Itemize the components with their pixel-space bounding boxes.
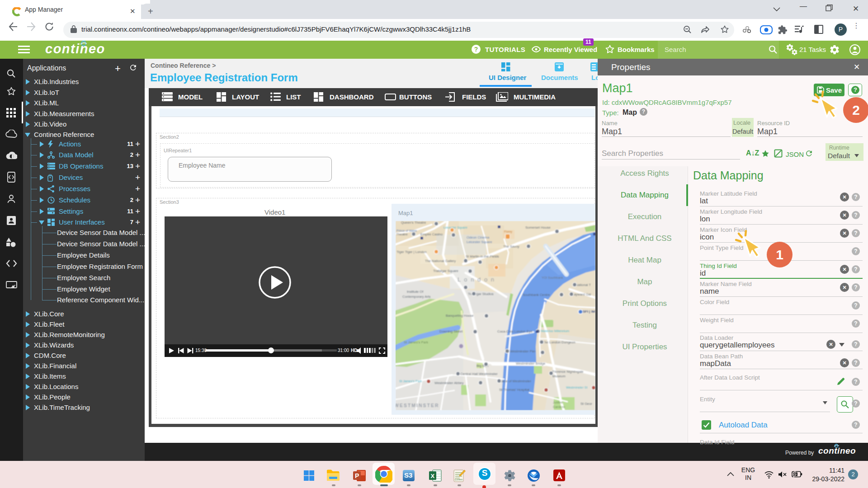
svg-text:St James's Park: St James's Park [404, 340, 428, 344]
svg-text:Museum: Museum [552, 374, 566, 378]
svg-text:Waterloo Millennium: Waterloo Millennium [541, 329, 569, 333]
svg-text:Florence Nightingale: Florence Nightingale [552, 370, 584, 374]
svg-text:St Geor: St Geor [580, 402, 592, 406]
svg-text:Empire Casino: Empire Casino [420, 232, 443, 236]
svg-text:St Martin-in-the-Fields: St Martin-in-the-Fields [466, 254, 499, 258]
svg-text:L o n d o n: L o n d o n [458, 276, 495, 283]
svg-text:Contemporary Arts: Contemporary Arts [402, 295, 431, 299]
svg-text:WESTMINSTER: WESTMINSTER [396, 403, 439, 408]
svg-text:St James's Park: St James's Park [399, 380, 422, 383]
svg-text:Somerset House: Somerset House [525, 225, 551, 230]
svg-text:BFI | IM: BFI | IM [582, 310, 595, 314]
svg-text:P: P [355, 472, 359, 479]
svg-text:Coca-Cola London Eye: Coca-Cola London Eye [497, 329, 533, 333]
svg-text:Westminster Bridge: Westminster Bridge [516, 361, 545, 366]
svg-text:National T: National T [576, 283, 591, 287]
svg-text:The London Dungeon: The London Dungeon [542, 340, 576, 344]
svg-text:Palace of Westminster: Palace of Westminster [497, 379, 531, 383]
svg-text:Westminster St: Westminster St [566, 386, 587, 389]
svg-text:St Thomas' Hospital: St Thomas' Hospital [499, 388, 529, 392]
svg-text:Trafalgar Square: Trafalgar Square [433, 269, 458, 273]
svg-text:The Savoy: The Savoy [503, 244, 519, 249]
svg-text:Southbank Centre: Southbank Centre [523, 293, 550, 297]
svg-text:Institute Of: Institute Of [407, 290, 424, 294]
svg-text:Banqueting House: Banqueting House [446, 314, 474, 318]
svg-text:X: X [431, 473, 435, 479]
svg-text:Downing Street: Downing Street [439, 329, 463, 333]
svg-text:Leicester Square: Leicester Square [467, 240, 492, 244]
svg-text:Westminster Pier: Westminster Pier [510, 349, 536, 353]
svg-text:YO! Southbank: YO! Southbank [542, 276, 563, 279]
svg-text:Tiger Tiger | London: Tiger Tiger | London [396, 250, 427, 254]
svg-text:Lorem: Lorem [455, 478, 462, 481]
svg-text:Florey: Florey [504, 230, 513, 234]
svg-text:The National Gallery: The National Gallery [425, 259, 456, 263]
svg-text:Hayward Gal: Hayward Gal [571, 292, 591, 296]
svg-text:Odeon Cinema: Odeon Cinema [467, 235, 490, 239]
svg-text:Central Hall Westminster: Central Hall Westminster [460, 372, 498, 376]
svg-text:Westminster Abbey: Westminster Abbey [434, 381, 464, 385]
svg-text:Theatre: Theatre [396, 232, 408, 236]
svg-text:Gardens: Gardens [553, 405, 565, 408]
svg-text:Leicester Square: Leicester Square [443, 226, 467, 230]
svg-text:Jubilee: Jubilee [553, 401, 563, 404]
svg-text:Queen's Theatre: Queen's Theatre [401, 221, 426, 225]
